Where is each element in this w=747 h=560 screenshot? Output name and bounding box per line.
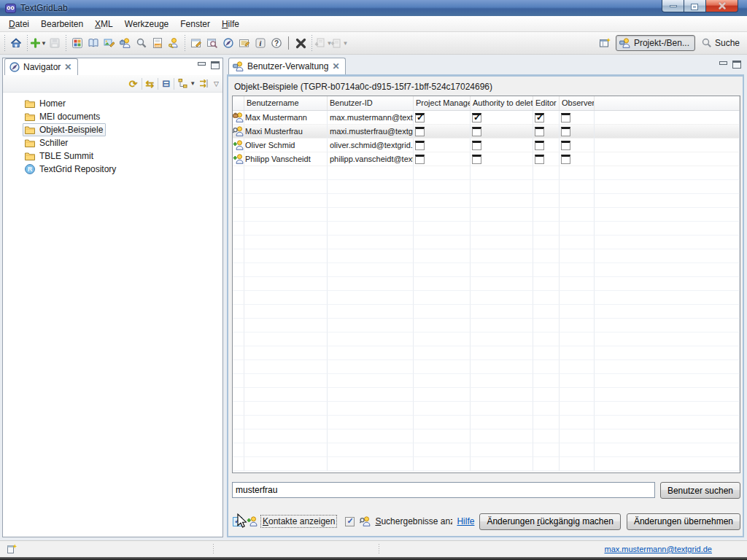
checkbox-authority-to-delete[interactable] [472,113,481,122]
statusbar-separator [213,544,214,555]
logged-in-user-link[interactable]: max.mustermann@textgrid.de [604,545,712,553]
export-button[interactable]: ▼ [331,35,347,51]
checkbox-editor[interactable] [535,127,544,136]
checkbox-authority-to-delete[interactable] [472,141,481,150]
view-menu-button[interactable]: ▽ [214,80,219,88]
refresh-button[interactable]: ⟳ [129,78,138,90]
welcome-button[interactable] [69,35,85,51]
column-header-observer[interactable]: Observer [560,96,595,110]
checkbox-project-manager[interactable] [415,155,425,164]
tree-item-objekt-beispiele[interactable]: Objekt-Beispiele [3,123,222,136]
table-empty-row [233,429,740,443]
open-editor-button[interactable] [188,35,204,51]
tree-item-label: MEI documents [39,112,100,122]
maximize-view-button[interactable] [211,61,220,69]
perspective-projekt-benutzer-button[interactable]: Projekt-/Ben... [616,35,695,51]
checkbox-observer[interactable] [561,155,570,164]
column-header-project-manager[interactable]: Project Manager [414,96,471,110]
checkbox-editor[interactable] [535,113,544,122]
save-button[interactable] [47,35,63,51]
statusbar: max.mustermann@textgrid.de [0,540,747,557]
folder-icon [24,111,36,122]
fast-view-icon[interactable] [6,543,18,555]
table-empty-row [233,416,740,429]
search-button[interactable] [133,35,150,51]
checkbox-observer[interactable] [561,127,570,136]
tree-item-textgrid-repository[interactable]: R TextGrid Repository [3,163,222,176]
checkbox-observer[interactable] [561,141,570,150]
benutzer-suchen-button[interactable]: Benutzer suchen [660,482,740,499]
column-header-benutzer-id[interactable]: Benutzer-ID [328,96,414,110]
table-row-maxi-musterfrau[interactable]: Maxi Musterfrau maxi.musterfrau@textgr..… [233,125,740,139]
menu-xml[interactable]: XML [89,18,119,31]
suchergebnisse-anzeigen-checkbox[interactable] [345,517,355,526]
table-row-max-mustermann[interactable]: Max Mustermann max.mustermann@text... [233,111,740,125]
metadata-editor-button[interactable] [101,35,117,51]
minimize-button[interactable] [662,0,684,12]
search-view-button[interactable] [204,35,220,51]
column-header-benutzername[interactable]: Benutzername [244,96,328,110]
import-button[interactable]: ▼ [315,35,331,51]
menu-bearbeiten[interactable]: Bearbeiten [35,18,89,31]
home-button[interactable] [8,35,24,51]
kontakte-anzeigen-label[interactable]: Kontakte anzeigen [261,516,336,527]
annotation-editor-button[interactable] [236,35,252,51]
project-user-admin-button[interactable] [117,35,133,51]
hilfe-link[interactable]: Hilfe [457,516,474,526]
tree-item-homer[interactable]: Homer [3,97,222,110]
navigator-view-button[interactable] [220,35,236,51]
menu-werkzeuge[interactable]: Werkzeuge [119,18,174,31]
separator [174,78,174,90]
tree-item-mei-documents[interactable]: MEI documents [3,110,222,123]
checkbox-editor[interactable] [535,155,544,164]
sort-button[interactable] [199,78,210,89]
link-with-editor-button[interactable]: ⇆ [146,78,155,90]
user-key-button[interactable] [166,35,182,51]
xml-editor-button[interactable]: xml [150,35,166,51]
checkbox-project-manager[interactable] [415,113,425,122]
suchergebnisse-anzeigen-label[interactable]: Suchergebnisse anzeig [375,516,452,526]
tab-benutzer-verwaltung[interactable]: Benutzer-Verwaltung ✕ [228,58,346,74]
column-header-authority-to-delete[interactable]: Authority to delete [471,96,533,110]
checkbox-authority-to-delete[interactable] [472,127,481,136]
checkbox-project-manager[interactable] [415,141,425,150]
tree-layout-button[interactable]: ▼ [178,78,196,89]
checkbox-observer[interactable] [561,113,570,122]
checkbox-editor[interactable] [535,141,544,150]
perspective-suche-button[interactable]: Suche [698,36,743,50]
annotation-edit-icon [239,37,250,49]
user-manual-button[interactable] [85,35,101,51]
minimize-view-button[interactable] [197,61,206,69]
minimize-editor-button[interactable] [719,61,728,69]
tree-item-tble-summit[interactable]: TBLE Summit [3,149,222,163]
restore-button[interactable] [684,0,705,12]
table-empty-row [233,319,740,332]
new-object-button[interactable]: ▼ [31,35,47,51]
checkbox-authority-to-delete[interactable] [472,155,481,164]
export-icon [330,37,342,49]
tree-item-schiller[interactable]: Schiller [3,136,222,149]
table-row-oliver-schmid[interactable]: Oliver Schmid oliver.schmid@textgrid.... [233,139,740,152]
column-header-icon[interactable] [233,96,244,110]
tree-item-label: Schiller [39,138,68,148]
help-button[interactable]: ? [268,35,285,51]
menu-datei[interactable]: Datei [3,18,35,31]
open-perspective-button[interactable] [597,35,613,51]
column-header-editor[interactable]: Editor [533,96,560,110]
close-button[interactable] [705,0,738,12]
tab-close-icon[interactable]: ✕ [331,63,340,70]
info-button[interactable]: i [252,35,268,51]
checkbox-project-manager[interactable] [415,127,425,136]
tab-navigator[interactable]: Navigator ✕ [4,58,78,75]
aenderungen-uebernehmen-button[interactable]: Änderungen übernehmen [627,513,740,530]
delete-button[interactable] [293,35,309,51]
user-search-input[interactable] [232,482,655,498]
maximize-editor-button[interactable] [732,61,741,69]
menu-fenster[interactable]: Fenster [174,18,216,31]
collapse-all-button[interactable]: ⊟ [162,78,170,89]
editor-panel-buttons [719,61,741,69]
aenderungen-rueckgaengig-button[interactable]: Änderungen rückgängig machen [479,513,620,530]
table-row-philipp-vanscheidt[interactable]: Philipp Vanscheidt philipp.vanscheidt@te… [233,152,740,166]
menu-hilfe[interactable]: Hilfe [216,18,245,31]
tab-close-icon[interactable]: ✕ [63,63,72,71]
